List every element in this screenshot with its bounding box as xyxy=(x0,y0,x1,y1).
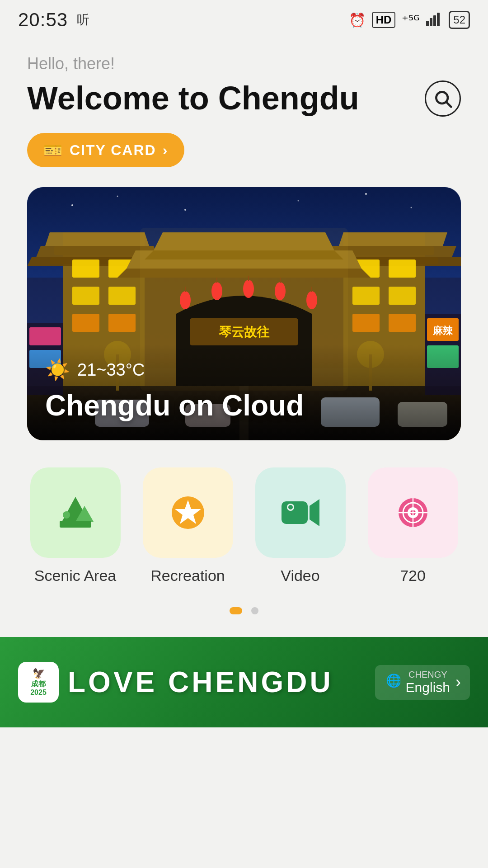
category-video[interactable]: Video xyxy=(252,467,348,585)
svg-text:🌐: 🌐 xyxy=(386,673,400,688)
svg-rect-20 xyxy=(72,259,99,278)
banner-logo-text: 成都2025 xyxy=(30,679,47,697)
video-label: Video xyxy=(281,567,319,585)
category-section: Scenic Area Recreation Vid xyxy=(0,467,488,585)
weather-temp: 21~33°C xyxy=(77,360,145,380)
svg-point-12 xyxy=(411,207,412,208)
svg-text:麻辣: 麻辣 xyxy=(432,325,453,336)
svg-point-76 xyxy=(63,511,70,519)
signal-icon: ⁺⁵ᴳ xyxy=(402,13,420,28)
dot-inactive xyxy=(251,607,258,614)
svg-rect-25 xyxy=(108,314,136,332)
city-card-label: CITY CARD xyxy=(70,142,156,159)
svg-rect-79 xyxy=(282,501,308,524)
svg-rect-24 xyxy=(72,314,99,332)
svg-point-7 xyxy=(71,204,73,206)
scenic-icon-box xyxy=(30,467,121,558)
search-button[interactable] xyxy=(425,80,461,117)
star-icon xyxy=(165,490,211,535)
vr-icon xyxy=(390,490,436,535)
status-bar: 20:53 听 ⏰ HD ⁺⁵ᴳ 52 xyxy=(0,0,488,36)
svg-line-5 xyxy=(446,102,451,107)
hero-title: Chengdu on Cloud xyxy=(45,389,443,422)
svg-point-8 xyxy=(117,196,118,197)
banner-logo-icon: 🦅 xyxy=(33,668,45,679)
svg-rect-22 xyxy=(72,287,99,305)
svg-marker-29 xyxy=(339,232,447,246)
battery-indicator: 52 xyxy=(449,11,470,29)
vr-icon-box xyxy=(368,467,458,558)
svg-marker-17 xyxy=(45,232,149,246)
page-title: Welcome to Chengdu xyxy=(27,80,359,116)
svg-rect-1 xyxy=(430,18,432,26)
status-time: 20:53 xyxy=(18,9,68,31)
dot-active xyxy=(230,607,242,614)
weather-row: ☀️ 21~33°C xyxy=(45,358,443,382)
banner-text: LOVE CHENGDU xyxy=(68,665,333,699)
page-indicator xyxy=(0,607,488,614)
svg-rect-23 xyxy=(108,287,136,305)
city-card-chevron: › xyxy=(163,142,169,159)
status-icons: ⏰ HD ⁺⁵ᴳ 52 xyxy=(349,11,470,29)
recreation-icon-box xyxy=(143,467,233,558)
svg-point-82 xyxy=(288,505,293,509)
svg-rect-75 xyxy=(60,521,91,528)
language-label: English xyxy=(406,680,450,695)
chevron-right-icon: › xyxy=(455,673,461,692)
svg-rect-34 xyxy=(352,287,380,305)
scenic-label: Scenic Area xyxy=(34,567,116,585)
banner-right[interactable]: 🌐 CHENGY English › xyxy=(375,665,470,700)
svg-point-9 xyxy=(184,209,186,211)
category-recreation[interactable]: Recreation xyxy=(140,467,236,585)
translate-icon: 🌐 xyxy=(384,672,400,693)
bottom-banner[interactable]: 🦅 成都2025 LOVE CHENGDU 🌐 CHENGY English › xyxy=(0,637,488,727)
banner-left: 🦅 成都2025 LOVE CHENGDU xyxy=(18,662,333,703)
svg-point-11 xyxy=(365,193,367,195)
category-scenic[interactable]: Scenic Area xyxy=(27,467,123,585)
category-720[interactable]: 720 xyxy=(365,467,461,585)
hd-badge: HD xyxy=(372,12,396,28)
banner-logo: 🦅 成都2025 xyxy=(18,662,59,703)
svg-rect-36 xyxy=(352,314,380,332)
video-icon xyxy=(278,490,323,535)
title-row: Welcome to Chengdu xyxy=(27,80,461,117)
alarm-icon: ⏰ xyxy=(349,12,366,28)
search-icon xyxy=(433,89,453,108)
hero-card[interactable]: 琴云故往 xyxy=(27,187,461,440)
mountain-icon xyxy=(53,490,98,535)
svg-point-10 xyxy=(298,200,299,202)
720-label: 720 xyxy=(400,567,426,585)
greeting-text: Hello, there! xyxy=(27,54,461,73)
svg-rect-66 xyxy=(29,327,61,345)
category-grid: Scenic Area Recreation Vid xyxy=(27,467,461,585)
svg-rect-35 xyxy=(389,287,416,305)
main-content: Hello, there! Welcome to Chengdu 🎫 CITY … xyxy=(0,36,488,440)
svg-rect-0 xyxy=(426,21,429,26)
svg-rect-2 xyxy=(433,15,436,26)
city-card-button[interactable]: 🎫 CITY CARD › xyxy=(27,133,184,167)
city-card-icon: 🎫 xyxy=(43,141,63,159)
svg-rect-37 xyxy=(389,314,416,332)
recreation-label: Recreation xyxy=(150,567,225,585)
weather-icon: ☀️ xyxy=(45,358,70,382)
svg-rect-3 xyxy=(437,13,440,26)
svg-rect-33 xyxy=(389,259,416,278)
signal-bars-icon xyxy=(426,12,442,28)
language-selector[interactable]: CHENGY English xyxy=(406,670,450,695)
video-icon-box xyxy=(255,467,346,558)
audio-icon: 听 xyxy=(77,11,89,28)
hero-overlay: ☀️ 21~33°C Chengdu on Cloud xyxy=(27,344,461,440)
svg-marker-80 xyxy=(310,499,319,526)
chengdu-brand-text: CHENGY xyxy=(406,670,450,680)
